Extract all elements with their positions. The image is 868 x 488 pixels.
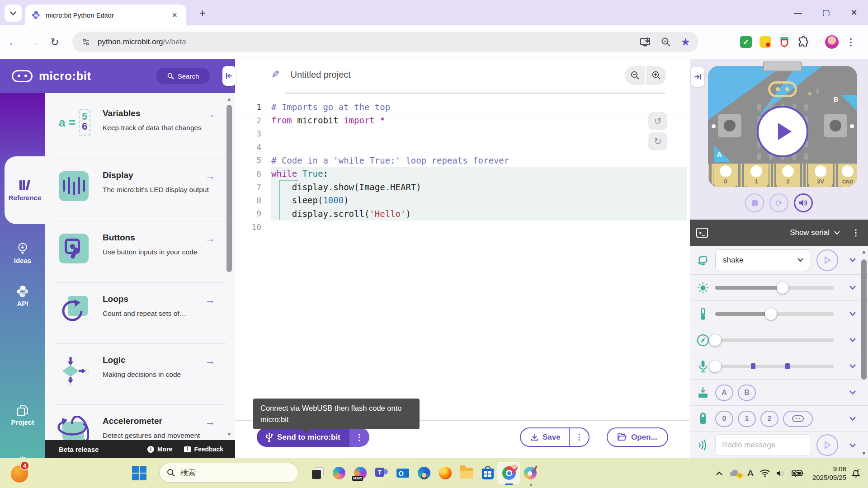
tray-expand-icon[interactable] (716, 471, 723, 475)
mute-button[interactable] (794, 193, 813, 212)
browser-menu-icon[interactable]: ⋮ (846, 37, 855, 47)
sidebar-item-logic[interactable]: Logic Making decisions in code → (45, 343, 235, 403)
m365-copilot-icon[interactable]: M365 (353, 465, 368, 481)
sim-pin-1[interactable]: 1 (738, 411, 756, 427)
slider-thumb[interactable] (709, 334, 721, 346)
sim-pin-logo[interactable] (783, 411, 813, 427)
scroll-down-icon[interactable]: ▼ (226, 431, 232, 437)
onedrive-cloud-icon[interactable]: ! (729, 469, 741, 477)
chevron-down-icon[interactable] (849, 416, 856, 421)
serial-menu-icon[interactable]: ⋮ (852, 228, 860, 238)
mic-threshold-marker[interactable] (751, 363, 755, 369)
mic-threshold-marker[interactable] (785, 363, 790, 369)
scrollbar-thumb[interactable] (861, 259, 867, 380)
slider-thumb[interactable] (777, 282, 788, 294)
radio-send-button[interactable] (816, 434, 838, 456)
code-line[interactable]: 3 (235, 127, 690, 141)
extensions-puzzle-icon[interactable] (797, 36, 809, 48)
save-button[interactable]: Save (521, 433, 569, 442)
copilot-icon[interactable] (331, 465, 347, 481)
reload-button[interactable]: ↻ (47, 34, 62, 50)
slider-thumb[interactable] (765, 308, 777, 320)
stop-button[interactable] (745, 193, 764, 212)
sidebar-item-loops[interactable]: Loops Count and repeat sets of… → (45, 282, 235, 342)
wifi-icon[interactable] (760, 469, 770, 477)
rail-item-reference[interactable]: Reference (5, 156, 45, 224)
rail-item-ideas[interactable]: Ideas (0, 242, 45, 264)
windows-start-button[interactable] (132, 466, 146, 480)
chevron-down-icon[interactable] (849, 338, 856, 343)
sidebar-item-accelerometer[interactable]: Accelerometer Detect gestures and moveme… (45, 404, 235, 443)
code-line[interactable]: 4 (235, 141, 690, 154)
scroll-up-icon[interactable]: ▲ (226, 96, 232, 102)
chevron-down-icon[interactable] (849, 311, 856, 316)
back-button[interactable]: ← (5, 34, 21, 50)
send-options-menu-button[interactable]: ⋮ (349, 427, 369, 447)
extension-check-icon[interactable]: ✓ (740, 36, 752, 48)
battery-icon[interactable] (792, 470, 803, 477)
more-link[interactable]: i More (147, 446, 172, 453)
pin-3v[interactable]: 3V (808, 164, 833, 187)
gesture-select[interactable]: shake (715, 249, 810, 271)
pin-1[interactable]: 1 (744, 164, 769, 187)
open-button[interactable]: Open... (607, 427, 668, 447)
extension-grammarly-icon[interactable] (760, 36, 771, 48)
sidebar-item-display[interactable]: Display The micro:bit's LED display outp… (45, 159, 235, 218)
file-explorer-icon[interactable] (459, 465, 474, 481)
paint-icon[interactable] (523, 465, 538, 481)
code-line[interactable]: 10 (235, 221, 690, 234)
simulator-scrollbar[interactable]: ▲ ▼ (861, 249, 867, 456)
sidebar-scrollbar[interactable]: ▲ ▼ (226, 95, 232, 438)
show-serial-button[interactable]: Show serial (790, 228, 840, 237)
board-button-a[interactable] (718, 114, 741, 137)
taskbar-search[interactable]: 検索 (159, 463, 298, 483)
microsoft-store-icon[interactable] (480, 465, 495, 481)
chrome-icon[interactable] (501, 465, 517, 481)
sidebar-item-variables[interactable]: a = 5 6 Variables Keep track of data tha… (45, 97, 235, 156)
code-area[interactable]: 1# Imports go at the top 2from microbit … (235, 100, 690, 234)
rail-item-api[interactable]: API (0, 285, 45, 307)
tab-close-icon[interactable]: × (169, 9, 180, 20)
chevron-down-icon[interactable] (849, 285, 856, 290)
rail-item-project[interactable]: Project (0, 405, 45, 426)
search-button[interactable]: Search (156, 68, 210, 84)
volume-icon[interactable] (776, 469, 785, 477)
scrollbar-thumb[interactable] (226, 105, 232, 272)
window-maximize-button[interactable]: ▢ (812, 0, 840, 25)
forward-button[interactable]: → (26, 34, 42, 50)
chevron-down-icon[interactable] (849, 390, 856, 395)
pin-gnd[interactable]: GND (838, 164, 857, 187)
tab-search-chevron-button[interactable] (5, 5, 22, 22)
code-line[interactable]: 5# Code in a 'while True:' loop repeats … (235, 154, 690, 167)
sim-pin-0[interactable]: 0 (715, 411, 733, 427)
expand-simulator-button[interactable] (691, 67, 704, 87)
new-tab-button[interactable]: + (195, 6, 210, 20)
project-name[interactable]: Untitled project (290, 70, 350, 80)
chevron-down-icon[interactable] (849, 443, 856, 448)
task-view-icon[interactable] (310, 465, 326, 481)
brightness-slider[interactable] (715, 286, 834, 290)
extension-shield-icon[interactable] (779, 36, 790, 48)
pin-0[interactable]: 0 (713, 164, 738, 187)
teams-icon[interactable]: T (374, 465, 389, 481)
code-line[interactable]: 7 display.show(Image.HEART) (235, 180, 690, 194)
url-text[interactable]: python.microbit.org/v/beta (98, 38, 640, 47)
board-button-b[interactable] (824, 114, 847, 137)
scroll-up-icon[interactable]: ▲ (861, 249, 867, 255)
address-bar[interactable]: python.microbit.org/v/beta ★ (72, 32, 698, 52)
redo-button[interactable]: ↻ (648, 132, 667, 150)
zoom-out-button[interactable] (625, 66, 645, 85)
edge-icon[interactable] (416, 465, 432, 481)
sim-button-a[interactable]: A (715, 385, 733, 401)
bookmark-star-icon[interactable]: ★ (680, 36, 690, 48)
code-line[interactable]: 2from microbit import * (235, 114, 690, 127)
radio-message-input[interactable] (715, 434, 811, 456)
collapse-sidebar-button[interactable] (222, 66, 236, 86)
sidebar-item-buttons[interactable]: Buttons Use button inputs in your code → (45, 221, 235, 280)
pin-2[interactable]: 2 (776, 164, 800, 187)
notification-bell-icon[interactable]: zz (851, 468, 861, 478)
code-line[interactable]: 9 display.scroll('Hello') (235, 207, 690, 221)
chevron-down-icon[interactable] (849, 364, 856, 369)
code-line[interactable]: 6while True: (235, 167, 690, 181)
ime-indicator[interactable]: A (747, 468, 754, 479)
